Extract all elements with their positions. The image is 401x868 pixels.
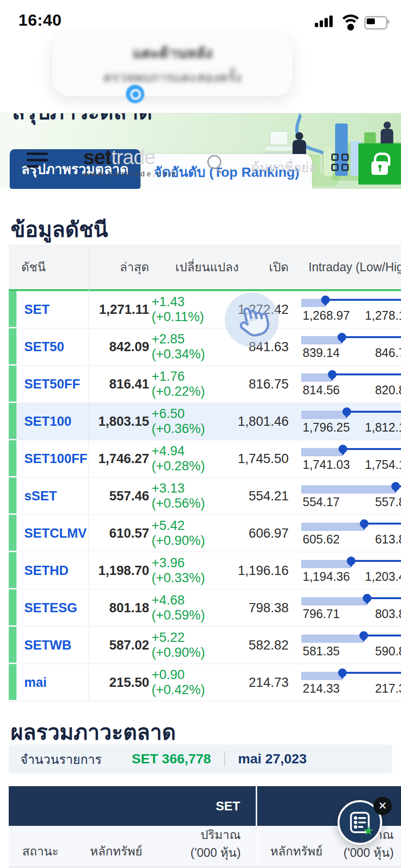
range-marker <box>321 295 330 304</box>
signal-icon <box>315 16 333 27</box>
clock: 16:40 <box>18 11 62 30</box>
range-fill <box>301 560 351 568</box>
settrade-logo[interactable]: settrade www.settrade.com <box>83 146 178 178</box>
login-lock-button[interactable] <box>358 143 401 185</box>
index-table-body: SET 1,271.11 +1.43 (+0.11%) 1,272.42 1,2… <box>9 291 401 701</box>
high-label: 217.3 <box>375 682 401 696</box>
index-table: ดัชนี ล่าสุด เปลี่ยนแปลง เปิด Intraday (… <box>9 245 401 701</box>
tap-cursor-icon <box>225 293 279 347</box>
open-value: 1,745.50 <box>241 440 292 477</box>
index-row[interactable]: SET 1,271.11 +1.43 (+0.11%) 1,272.42 1,2… <box>9 291 401 328</box>
count-divider <box>224 752 225 766</box>
change-value: +1.76 (+0.22%) <box>152 366 241 403</box>
intraday-range-bar: 1,741.03 1,754.1 <box>292 440 401 477</box>
high-label: 590.8 <box>375 644 401 658</box>
battery-icon <box>364 16 387 30</box>
menu-icon[interactable] <box>27 153 48 170</box>
high-label: 557.8 <box>375 495 401 509</box>
set-transaction-count: SET 366,778 <box>132 751 211 767</box>
high-label: 803.8 <box>375 607 401 621</box>
open-value: 554.21 <box>241 478 292 514</box>
intraday-range-bar: 839.14 846.7 <box>292 328 401 365</box>
index-name[interactable]: SETESG <box>9 589 89 626</box>
intraday-range-bar: 1,796.25 1,812.1 <box>292 403 401 440</box>
index-row[interactable]: SETWB 587.02 +5.22 (+0.90%) 582.82 581.3… <box>9 626 401 664</box>
change-value: +3.13 (+0.56%) <box>152 478 241 514</box>
shortcut-icon <box>126 85 144 103</box>
range-fill <box>301 597 367 605</box>
range-fill <box>301 411 347 419</box>
col-volume-left: ปริมาณ('000 หุ้น) <box>9 826 241 862</box>
low-label: 214.33 <box>303 682 339 696</box>
index-section-title: ข้อมูลดัชนี <box>11 212 108 246</box>
index-row[interactable]: SET100FF 1,746.27 +4.94 (+0.28%) 1,745.5… <box>9 440 401 477</box>
last-value: 1,198.70 <box>89 552 152 589</box>
toast-title: แตะด้านหลัง <box>52 42 293 64</box>
open-value: 1,801.46 <box>241 403 292 440</box>
low-label: 554.17 <box>303 495 339 509</box>
range-fill <box>301 523 364 531</box>
open-value: 582.82 <box>241 627 292 664</box>
open-value: 798.38 <box>241 589 292 626</box>
intraday-range-bar: 1,268.97 1,278.1 <box>292 291 401 328</box>
low-label: 1,268.97 <box>303 309 350 323</box>
toast-subtitle: ตรวจพบการแตะสองครั้ง <box>52 67 293 88</box>
intraday-range-bar: 554.17 557.8 <box>292 478 401 514</box>
col-intraday: Intraday (Low/High) <box>292 260 401 274</box>
last-value: 215.50 <box>89 664 152 701</box>
index-row[interactable]: SET100 1,803.15 +6.50 (+0.36%) 1,801.46 … <box>9 403 401 440</box>
range-marker <box>342 407 351 416</box>
index-row[interactable]: SETHD 1,198.70 +3.96 (+0.33%) 1,196.16 1… <box>9 552 401 589</box>
change-value: +5.22 (+0.90%) <box>152 627 241 664</box>
logo-url: www.settrade.com <box>83 170 178 178</box>
index-name[interactable]: SETHD <box>9 552 89 589</box>
close-icon[interactable]: ✕ <box>373 797 392 815</box>
high-label: 1,812.1 <box>365 420 401 434</box>
index-row[interactable]: sSET 557.46 +3.13 (+0.56%) 554.21 554.17… <box>9 477 401 514</box>
banner-illustration <box>269 130 289 146</box>
intraday-range-bar: 214.33 217.3 <box>292 664 401 701</box>
high-label: 613.8 <box>375 532 401 546</box>
high-label: 1,754.1 <box>365 458 401 472</box>
low-label: 581.35 <box>303 644 339 658</box>
col-last: ล่าสุด <box>89 257 152 277</box>
wifi-icon <box>339 15 361 30</box>
intraday-range-bar: 605.62 613.8 <box>292 515 401 552</box>
index-name[interactable]: mai <box>9 664 89 701</box>
last-value: 1,271.11 <box>89 291 152 328</box>
search-icon[interactable] <box>207 155 221 169</box>
range-marker <box>338 668 347 677</box>
index-row[interactable]: SETCLMV 610.57 +5.42 (+0.90%) 606.97 605… <box>9 514 401 552</box>
search-input[interactable]: ค้นหาชื่อย่อ <box>231 157 317 178</box>
range-marker <box>363 594 371 603</box>
mai-transaction-count: mai 27,023 <box>238 751 307 767</box>
index-name[interactable]: SET50FF <box>9 366 89 403</box>
change-value: +4.68 (+0.59%) <box>152 589 241 626</box>
change-value: +2.85 (+0.34%) <box>152 328 241 365</box>
logo-set: set <box>83 146 111 169</box>
index-name[interactable]: SETCLMV <box>9 515 89 552</box>
range-fill <box>301 635 364 643</box>
index-row[interactable]: SET50FF 816.41 +1.76 (+0.22%) 816.75 814… <box>9 365 401 403</box>
status-bar: 16:40 <box>0 0 401 29</box>
index-name[interactable]: SETWB <box>9 627 89 664</box>
index-name[interactable]: SET <box>9 291 89 328</box>
index-name[interactable]: sSET <box>9 478 89 514</box>
last-value: 842.09 <box>89 328 152 365</box>
intraday-range-bar: 796.71 803.8 <box>292 589 401 626</box>
backtap-toast[interactable]: แตะด้านหลัง ตรวจพบการแตะสองครั้ง <box>52 34 293 96</box>
index-name[interactable]: SET100FF <box>9 440 89 477</box>
high-label: 846.7 <box>375 346 401 360</box>
open-value: 214.73 <box>241 664 292 701</box>
low-label: 1,194.36 <box>303 570 350 584</box>
index-row[interactable]: mai 215.50 +0.90 (+0.42%) 214.73 214.33 … <box>9 664 401 701</box>
index-name[interactable]: SET100 <box>9 403 89 440</box>
banner-illustration <box>384 122 391 129</box>
apps-grid-icon[interactable] <box>331 154 352 174</box>
range-marker <box>347 557 355 565</box>
high-label: 820.8 <box>375 383 401 397</box>
index-row[interactable]: SETESG 801.18 +4.68 (+0.59%) 798.38 796.… <box>9 589 401 626</box>
index-row[interactable]: SET50 842.09 +2.85 (+0.34%) 841.63 839.1… <box>9 328 401 365</box>
index-name[interactable]: SET50 <box>9 328 89 365</box>
last-value: 610.57 <box>89 515 152 552</box>
